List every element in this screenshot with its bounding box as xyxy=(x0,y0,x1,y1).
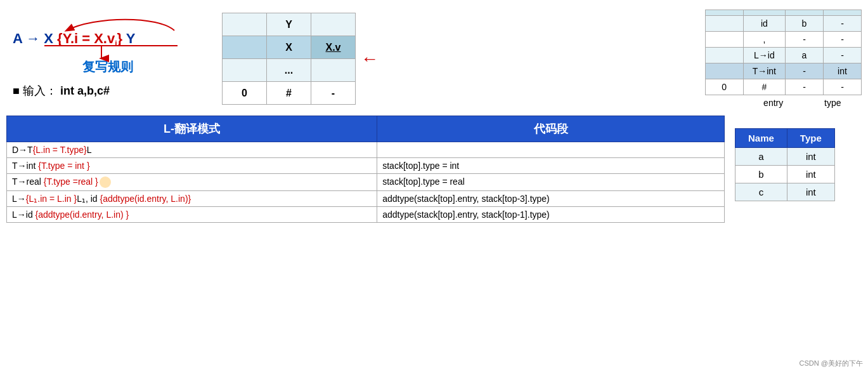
cell-int: int xyxy=(824,63,862,79)
cell-dash: - xyxy=(786,63,824,79)
cell-empty2 xyxy=(223,36,267,59)
table-row: X X.v xyxy=(223,36,356,59)
table-header-row xyxy=(705,10,861,16)
cell-dots: ... xyxy=(267,59,311,82)
cell-dash2: - xyxy=(824,32,862,48)
header-col3 xyxy=(824,10,862,16)
row5-col1: L→id {addtype(id.entry, L.in) } xyxy=(7,207,377,223)
translation-row-4: L→{L₁.in = L.in }L₁, id {addtype(id.entr… xyxy=(7,191,725,207)
text-black: L→id xyxy=(12,209,36,220)
cell xyxy=(223,13,267,36)
row2-col2: stack[top].type = int xyxy=(377,158,725,174)
cell-dash: - xyxy=(786,79,824,95)
watermark: CSDN @美好的下午 xyxy=(800,359,863,368)
text-black2: L xyxy=(87,145,92,155)
cell-xv: X.v xyxy=(311,36,356,59)
type-int-b: int xyxy=(787,166,834,183)
row5-col2: addtype(stack[top].entry, stack[top-1].t… xyxy=(377,207,725,223)
grammar-y-text: Y xyxy=(122,30,135,46)
row1-col2 xyxy=(377,142,725,158)
translation-table-wrapper: L-翻译模式 代码段 D→T{L.in = T.type}L T→int {T.… xyxy=(6,116,725,223)
text-red2: {addtype(id.entry, L.in)} xyxy=(100,194,191,204)
col-name-header: Name xyxy=(735,129,787,148)
top-section: A → X {Y.i = X.vi} Y 复写规则 ■ 输入： int a,b,… xyxy=(6,6,862,108)
row3-col2: stack[top].type = real xyxy=(377,174,725,191)
text-red: {L₁.in = L.in } xyxy=(26,194,77,204)
cell xyxy=(705,32,743,48)
red-arrow-right: ← xyxy=(361,49,379,69)
text-red: {T.type =real } xyxy=(44,176,98,187)
cell-tint: T→int xyxy=(743,63,785,79)
cell-zero: 0 xyxy=(705,79,743,95)
translation-table: L-翻译模式 代码段 D→T{L.in = T.type}L T→int {T.… xyxy=(6,116,725,223)
name-type-row-3: c int xyxy=(735,183,835,201)
name-type-section: Name Type a int b int c int xyxy=(735,128,862,223)
cell xyxy=(705,48,743,63)
text-red: {T.type = int } xyxy=(38,161,89,171)
header-col2 xyxy=(786,10,824,16)
grammar-rule-text: A → X xyxy=(13,30,57,46)
label-entry: entry xyxy=(763,98,783,108)
highlight-dot xyxy=(100,176,111,188)
cell-hash: # xyxy=(743,79,785,95)
header-col0 xyxy=(705,10,743,16)
cell-hash: # xyxy=(267,82,311,105)
cell-dash: - xyxy=(311,82,356,105)
translation-row-2: T→int {T.type = int } stack[top].type = … xyxy=(7,158,725,174)
main-container: A → X {Y.i = X.vi} Y 复写规则 ■ 输入： int a,b,… xyxy=(0,0,868,372)
translation-row-5: L→id {addtype(id.entry, L.in) } addtype(… xyxy=(7,207,725,223)
grammar-action-text: {Y.i = X.vi} xyxy=(57,30,122,46)
cell-b: b xyxy=(786,16,824,32)
name-type-row-1: a int xyxy=(735,148,835,166)
cell-dash: - xyxy=(786,32,824,48)
cell-lid: L→id xyxy=(743,48,785,63)
cell-zero: 0 xyxy=(223,82,267,105)
translation-row-1: D→T{L.in = T.type}L xyxy=(7,142,725,158)
right-table-section: id b - , - - L→id a - T xyxy=(705,10,862,108)
cell-id: id xyxy=(743,16,785,32)
text-black2: L₁ xyxy=(77,194,86,204)
cell-x: X xyxy=(267,36,311,59)
name-type-table: Name Type a int b int c int xyxy=(735,128,835,201)
input-prefix: ■ 输入： xyxy=(13,84,57,97)
text-black: T→int xyxy=(12,161,38,171)
cell-comma: , xyxy=(743,32,785,48)
text-red: {addtype(id.entry, L.in) } xyxy=(36,209,129,220)
input-line: ■ 输入： int a,b,c# xyxy=(13,83,110,98)
cell-a: a xyxy=(786,48,824,63)
type-int-c: int xyxy=(787,183,834,201)
row2-col1: T→int {T.type = int } xyxy=(7,158,377,174)
table-footer-labels: entry type xyxy=(705,98,862,108)
table-row: Y xyxy=(223,13,356,36)
cell-dash: - xyxy=(824,16,862,32)
parse-stack-section: Y X X.v ... 0 # - ← xyxy=(222,13,379,105)
cell xyxy=(705,16,743,32)
table-row: ... xyxy=(223,59,356,82)
cell-dash: - xyxy=(824,48,862,63)
cell-empty4 xyxy=(311,59,356,82)
bottom-section: L-翻译模式 代码段 D→T{L.in = T.type}L T→int {T.… xyxy=(6,116,862,223)
table-row: 0 # - - xyxy=(705,79,861,95)
parse-action-table: id b - , - - L→id a - T xyxy=(705,10,862,95)
name-c: c xyxy=(735,183,787,201)
text-black: D→T xyxy=(12,145,33,155)
type-int-a: int xyxy=(787,148,834,166)
table-row: L→id a - xyxy=(705,48,861,63)
table-row: , - - xyxy=(705,32,861,48)
table-row: 0 # - xyxy=(223,82,356,105)
text-black: T→real xyxy=(12,176,44,187)
name-b: b xyxy=(735,166,787,183)
cell-empty3 xyxy=(223,59,267,82)
row1-col1: D→T{L.in = T.type}L xyxy=(7,142,377,158)
text-red: {L.in = T.type} xyxy=(33,145,87,155)
grammar-section: A → X {Y.i = X.vi} Y 复写规则 ■ 输入： int a,b,… xyxy=(6,6,209,98)
col1-header: L-翻译模式 xyxy=(7,116,377,142)
name-type-header: Name Type xyxy=(735,129,835,148)
cell xyxy=(705,63,743,79)
name-a: a xyxy=(735,148,787,166)
text-black3: , id xyxy=(86,194,100,204)
grammar-rule: A → X {Y.i = X.vi} Y xyxy=(13,13,136,48)
table-row: id b - xyxy=(705,16,861,32)
table-row: T→int - int xyxy=(705,63,861,79)
rewrite-label: 复写规则 xyxy=(13,58,203,76)
